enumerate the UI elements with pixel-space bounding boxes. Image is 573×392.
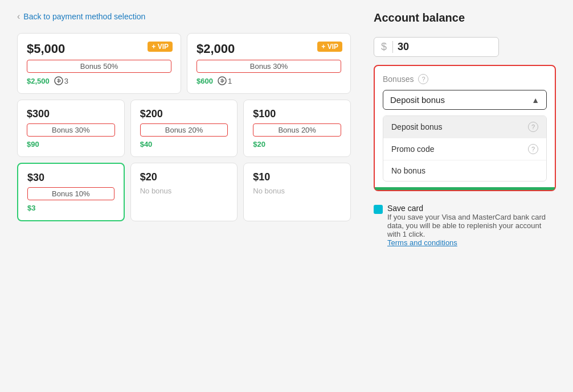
- bonus-option-deposit[interactable]: Deposit bonus ?: [383, 116, 546, 138]
- bonuses-label-row: Bonuses ?: [383, 74, 547, 84]
- card-100[interactable]: $100 Bonus 20% $20: [243, 100, 351, 157]
- card-100-amount: $100: [253, 108, 341, 120]
- card-10[interactable]: $10 No bonus: [243, 163, 351, 221]
- card-5000-sub: $2,500 3: [27, 76, 171, 85]
- bonus-option-deposit-label: Deposit bonus: [391, 122, 443, 131]
- bonus-option-promo-question-icon[interactable]: ?: [528, 144, 538, 154]
- back-link-label: Back to payment method selection: [23, 12, 145, 21]
- coin-count-2000: 1: [228, 77, 232, 85]
- card-5000-bonus: Bonus 50%: [27, 60, 171, 73]
- card-100-green: $20: [253, 140, 265, 148]
- card-20-no-bonus: No bonus: [140, 187, 228, 195]
- card-200-green: $40: [140, 140, 153, 148]
- vip-badge-2000: + VIP: [317, 42, 342, 52]
- card-200-bonus: Bonus 20%: [140, 123, 228, 137]
- card-300-sub: $90: [27, 140, 115, 148]
- terms-link[interactable]: Terms and conditions: [387, 238, 457, 247]
- card-100-sub: $20: [253, 140, 341, 148]
- card-30-sub: $3: [27, 204, 114, 212]
- save-card-description-text: If you save your Visa and MasterCard ban…: [387, 213, 546, 238]
- save-card-text-block: Save card If you save your Visa and Mast…: [387, 204, 556, 247]
- card-30[interactable]: $30 Bonus 10% $3: [17, 163, 125, 221]
- card-300-bonus: Bonus 30%: [27, 123, 115, 137]
- card-30-amount: $30: [27, 172, 114, 184]
- card-20[interactable]: $20 No bonus: [130, 163, 238, 221]
- vip-badge-5000: + VIP: [148, 42, 173, 52]
- card-100-bonus: Bonus 20%: [253, 123, 341, 137]
- card-300-green: $90: [27, 140, 39, 148]
- green-progress-bar: [375, 187, 555, 190]
- card-300[interactable]: $300 Bonus 30% $90: [17, 100, 125, 157]
- coin-icon-5000: [54, 76, 63, 85]
- card-2000[interactable]: + VIP $2,000 Bonus 30% $600 1: [187, 33, 351, 94]
- bonuses-question-icon[interactable]: ?: [418, 74, 428, 84]
- card-200-sub: $40: [140, 140, 228, 148]
- card-10-amount: $10: [253, 171, 341, 183]
- card-200[interactable]: $200 Bonus 20% $40: [130, 100, 238, 157]
- balance-input-row: $ 30: [374, 37, 499, 57]
- coin-count-5000: 3: [64, 77, 68, 85]
- bonus-option-promo[interactable]: Promo code ?: [383, 138, 546, 160]
- dropdown-arrow-up-icon: ▲: [531, 96, 539, 105]
- card-2000-sub: $600 1: [197, 76, 341, 85]
- cards-row-2: $300 Bonus 30% $90 $200 Bonus 20% $40 $1…: [17, 100, 351, 157]
- bonus-dropdown-selected[interactable]: Deposit bonus ▲: [383, 90, 547, 110]
- card-5000-green: $2,500: [27, 77, 50, 85]
- card-5000-coins: 3: [54, 76, 68, 85]
- cards-row-3: $30 Bonus 10% $3 $20 No bonus $10 No bon…: [17, 163, 351, 221]
- save-card-description: If you save your Visa and MasterCard ban…: [387, 213, 556, 247]
- bonus-option-deposit-question-icon[interactable]: ?: [528, 122, 538, 132]
- right-panel: Account balance $ 30 Bonuses ? Deposit b…: [374, 11, 556, 247]
- bonuses-label: Bonuses: [383, 75, 414, 84]
- save-card-label: Save card: [387, 204, 556, 213]
- chevron-left-icon: ‹: [17, 11, 20, 22]
- currency-symbol: $: [381, 41, 393, 53]
- card-10-no-bonus: No bonus: [253, 187, 341, 195]
- bonus-option-no-bonus[interactable]: No bonus: [383, 160, 546, 181]
- account-balance-title: Account balance: [374, 11, 556, 24]
- bonuses-box: Bonuses ? Deposit bonus ▲ Deposit bonus …: [374, 65, 556, 191]
- back-link[interactable]: ‹ Back to payment method selection: [17, 11, 351, 22]
- save-card-row: Save card If you save your Visa and Mast…: [374, 204, 556, 247]
- card-2000-green: $600: [197, 77, 213, 85]
- card-20-amount: $20: [140, 171, 228, 183]
- cards-row-1: + VIP $5,000 Bonus 50% $2,500 3 + VIP: [17, 33, 351, 94]
- card-2000-bonus: Bonus 30%: [197, 60, 341, 73]
- bonus-dropdown-list: Deposit bonus ? Promo code ? No bonus: [383, 115, 547, 181]
- bonus-dropdown-selected-label: Deposit bonus: [390, 95, 445, 105]
- card-2000-coins: 1: [218, 76, 232, 85]
- balance-value: 30: [398, 41, 409, 53]
- card-5000[interactable]: + VIP $5,000 Bonus 50% $2,500 3: [17, 33, 181, 94]
- bonus-option-promo-label: Promo code: [391, 145, 434, 154]
- card-30-green: $3: [27, 204, 35, 212]
- save-card-checkbox[interactable]: [374, 205, 383, 214]
- card-300-amount: $300: [27, 108, 115, 120]
- coin-icon-2000: [218, 76, 227, 85]
- bonus-option-no-bonus-label: No bonus: [391, 166, 425, 175]
- card-30-bonus: Bonus 10%: [27, 187, 114, 200]
- card-200-amount: $200: [140, 108, 228, 120]
